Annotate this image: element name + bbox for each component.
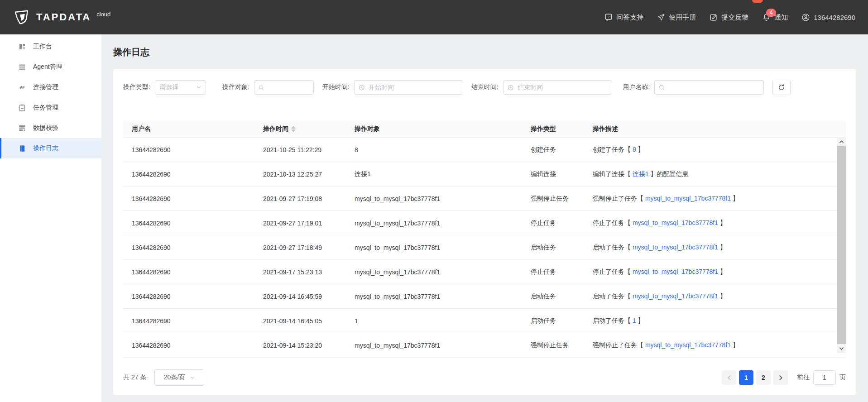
table-row: 13644282690 2021-09-17 15:23:13 mysql_to… <box>123 260 846 284</box>
cell-time: 2021-10-13 12:25:27 <box>263 171 355 178</box>
col-user: 用户名 <box>132 125 263 133</box>
operation-type-select[interactable]: 请选择 <box>155 80 206 95</box>
refresh-button[interactable] <box>772 80 791 95</box>
cell-time: 2021-10-25 11:22:29 <box>263 146 355 153</box>
prev-page-button[interactable] <box>722 370 736 385</box>
cell-object: mysql_to_mysql_17bc37778f1 <box>355 342 531 349</box>
cell-object: mysql_to_mysql_17bc37778f1 <box>355 293 531 300</box>
cell-user: 13644282690 <box>132 195 263 202</box>
cell-description: 强制停止了任务【 mysql_to_mysql_17bc37778f1 】 <box>593 341 834 349</box>
cell-description: 停止了任务【 mysql_to_mysql_17bc37778f1 】 <box>593 268 834 276</box>
search-icon <box>659 84 665 91</box>
cell-description: 启动了任务【 1 】 <box>593 317 834 325</box>
brand-suffix: cloud <box>96 11 110 18</box>
table-row: 13644282690 2021-09-27 17:19:08 mysql_to… <box>123 187 846 211</box>
cell-object: mysql_to_mysql_17bc37778f1 <box>355 268 531 276</box>
clock-icon <box>359 84 364 91</box>
nav-manual[interactable]: 使用手册 <box>657 13 696 22</box>
sidebar-item-data-validation[interactable]: 数据校验 <box>0 118 101 138</box>
cell-description: 停止了任务【 mysql_to_mysql_17bc37778f1 】 <box>593 219 834 227</box>
cell-user: 13644282690 <box>132 244 263 251</box>
page-button-1[interactable]: 1 <box>739 370 753 385</box>
description-suffix: 】的配置信息 <box>649 170 689 177</box>
scrollbar-thumb[interactable] <box>837 146 846 344</box>
table-row: 13644282690 2021-10-13 12:25:27 连接1 编辑连接… <box>123 162 846 187</box>
table-header: 用户名 操作时间 操作对象 操作类型 操作描述 <box>123 121 846 138</box>
table-row: 13644282690 2021-09-14 16:45:05 1 启动任务 启… <box>123 309 846 333</box>
sidebar-item-label: Agent管理 <box>33 63 62 71</box>
table-row: 13644282690 2021-10-25 11:22:29 8 创建任务 创… <box>123 138 846 162</box>
nav-notifications-label: 通知 <box>774 13 788 22</box>
description-object-link[interactable]: mysql_to_mysql_17bc37778f1 <box>633 244 718 251</box>
description-suffix: 】 <box>731 195 739 202</box>
page-size-value: 20条/页 <box>164 373 185 382</box>
chevron-down-icon <box>196 85 201 90</box>
scroll-up-button[interactable] <box>837 137 846 146</box>
user-name-input[interactable] <box>668 83 760 91</box>
cell-object: mysql_to_mysql_17bc37778f1 <box>355 195 531 202</box>
col-type: 操作类型 <box>531 125 593 133</box>
scroll-down-button[interactable] <box>837 344 846 353</box>
chevron-down-icon <box>839 347 844 350</box>
description-object-link[interactable]: mysql_to_mysql_17bc37778f1 <box>633 292 718 300</box>
cell-user: 13644282690 <box>132 342 263 349</box>
sidebar-item-workbench[interactable]: 工作台 <box>0 36 101 57</box>
cell-description: 启动了任务【 mysql_to_mysql_17bc37778f1 】 <box>593 244 834 252</box>
sort-icon[interactable] <box>291 126 296 132</box>
nav-notifications[interactable]: 4 通知 <box>762 13 788 22</box>
sidebar-item-tasks[interactable]: 任务管理 <box>0 97 101 118</box>
description-object-link[interactable]: 8 <box>633 146 636 153</box>
description-suffix: 】 <box>718 244 726 251</box>
description-prefix: 启动了任务【 <box>593 317 633 324</box>
sidebar-item-connections[interactable]: 连接管理 <box>0 77 101 97</box>
col-description: 操作描述 <box>593 125 834 133</box>
chevron-left-icon <box>727 375 731 381</box>
cell-time: 2021-09-27 17:19:01 <box>263 220 355 227</box>
page-size-select[interactable]: 20条/页 <box>154 369 204 386</box>
description-object-link[interactable]: 1 <box>633 317 636 324</box>
goto-page-input[interactable] <box>813 370 836 385</box>
next-page-button[interactable] <box>773 370 788 385</box>
description-object-link[interactable]: mysql_to_mysql_17bc37778f1 <box>645 341 731 349</box>
col-time[interactable]: 操作时间 <box>263 125 355 133</box>
cell-object: 1 <box>355 317 531 325</box>
table-row: 13644282690 2021-09-14 15:23:20 mysql_to… <box>123 333 846 358</box>
cell-object: 连接1 <box>355 170 531 178</box>
feedback-icon <box>710 13 718 21</box>
task-clipboard-icon <box>18 104 26 112</box>
notification-dot <box>752 0 763 3</box>
operation-object-input[interactable] <box>267 83 309 91</box>
description-object-link[interactable]: mysql_to_mysql_17bc37778f1 <box>633 219 718 226</box>
description-suffix: 】 <box>718 268 726 275</box>
pagination-total: 共 27 条 <box>123 373 146 382</box>
nav-support[interactable]: ? 问答支持 <box>604 13 643 22</box>
filter-operation-type: 操作类型: 请选择 <box>123 80 206 95</box>
sidebar-item-operation-log[interactable]: 操作日志 <box>0 138 101 158</box>
pagination: 共 27 条 20条/页 1 2 <box>123 369 846 386</box>
description-prefix: 停止了任务【 <box>593 219 633 226</box>
end-time-input[interactable] <box>517 83 608 91</box>
nav-feedback[interactable]: 提交反馈 <box>710 13 748 22</box>
sidebar-item-label: 操作日志 <box>33 144 58 153</box>
description-prefix: 创建了任务【 <box>593 146 633 153</box>
nav-account[interactable]: 13644282690 <box>801 13 855 22</box>
description-prefix: 启动了任务【 <box>593 292 633 300</box>
page-button-2[interactable]: 2 <box>756 370 771 385</box>
start-time-input[interactable] <box>368 83 459 91</box>
cell-type: 创建任务 <box>531 146 593 154</box>
description-prefix: 启动了任务【 <box>593 244 633 251</box>
sidebar-item-agent[interactable]: Agent管理 <box>0 57 101 77</box>
cell-type: 编辑连接 <box>531 170 593 178</box>
sidebar-item-label: 连接管理 <box>33 83 58 91</box>
cell-object: mysql_to_mysql_17bc37778f1 <box>355 220 531 227</box>
cell-user: 13644282690 <box>132 220 263 227</box>
filter-bar: 操作类型: 请选择 操作对象: <box>123 80 846 95</box>
operation-log-card: 操作类型: 请选择 操作对象: <box>113 69 856 395</box>
description-object-link[interactable]: mysql_to_mysql_17bc37778f1 <box>645 195 731 202</box>
description-object-link[interactable]: 连接1 <box>633 170 649 177</box>
table-scrollbar[interactable] <box>837 137 846 353</box>
connection-icon <box>18 83 26 91</box>
svg-text:?: ? <box>608 15 610 19</box>
goto-page: 前往 页 <box>797 370 846 385</box>
description-object-link[interactable]: mysql_to_mysql_17bc37778f1 <box>633 268 718 275</box>
